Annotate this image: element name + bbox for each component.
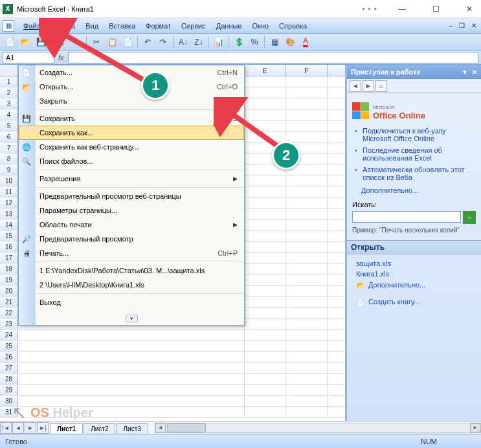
row-header[interactable]: 27 [0,363,18,373]
spreadsheet-grid[interactable]: E F G H 12345678910111213141516171819202… [0,65,345,421]
scroll-thumb[interactable] [167,423,206,432]
row-header[interactable]: 17 [0,252,18,263]
nav-back-icon[interactable]: ◄ [350,80,361,92]
undo-icon[interactable]: ↶ [140,35,155,49]
tab-nav-prev[interactable]: ◄ [12,422,24,434]
row-header[interactable]: 19 [0,274,18,285]
menu-edit[interactable]: Правка [46,20,80,32]
menu-window[interactable]: Окно [247,20,274,32]
search-input[interactable] [352,211,461,223]
row-header[interactable]: 25 [0,341,18,351]
col-f[interactable]: F [286,65,328,76]
sort-desc-icon[interactable]: Z↓ [192,35,206,49]
row-header[interactable]: 28 [0,374,18,384]
link-more[interactable]: Дополнительно... [361,186,476,194]
paste-icon[interactable]: 📄 [120,35,135,49]
row-header[interactable]: 1 [0,76,18,87]
horizontal-scrollbar[interactable]: ◄ ► [155,423,481,433]
sheet-tab-2[interactable]: Лист2 [84,423,115,434]
row-header[interactable]: 23 [0,319,18,329]
row-header[interactable]: 14 [0,219,18,230]
row-header[interactable]: 5 [0,120,18,131]
chart-icon[interactable]: 📊 [212,35,226,49]
preview-icon[interactable]: 🔍 [69,35,84,49]
name-box[interactable]: A1 [3,52,54,63]
row-header[interactable]: 20 [0,286,18,296]
recent-file-2[interactable]: Книга1.xls [352,269,476,279]
row-header[interactable]: 13 [0,208,18,219]
row-header[interactable]: 16 [0,241,18,252]
row-header[interactable]: 10 [0,175,18,186]
search-go-button[interactable]: → [463,211,476,224]
row-header[interactable]: 6 [0,131,18,142]
row-header[interactable]: 2 [0,87,18,98]
font-color-icon[interactable]: A [298,35,313,49]
file-menu-item[interactable]: 📄Создать...Ctrl+N [19,65,244,80]
row-header[interactable]: 22 [0,308,18,318]
new-icon[interactable]: 📄 [3,35,17,49]
sheet-tab-1[interactable]: Лист1 [50,423,83,434]
file-menu-item[interactable]: Предварительный просмотр веб-страницы [19,189,244,203]
print-icon[interactable]: 🖨 [54,35,68,49]
menu-insert[interactable]: Вставка [104,20,140,32]
redo-icon[interactable]: ↷ [156,35,170,49]
create-workbook[interactable]: 📄Создать книгу... [352,296,476,308]
sort-asc-icon[interactable]: A↓ [176,35,190,49]
doc-minimize-button[interactable]: – [447,22,454,29]
row-header[interactable]: 30 [0,396,18,406]
row-header[interactable]: 29 [0,385,18,395]
sheet-tab-3[interactable]: Лист3 [116,423,148,434]
file-menu-item[interactable]: 🔍Поиск файлов... [19,154,244,168]
nav-home-icon[interactable]: ⌂ [375,80,387,92]
open-more[interactable]: 📂Дополнительно... [352,279,476,291]
close-button[interactable]: ✕ [460,3,478,16]
row-header[interactable]: 12 [0,197,18,208]
recent-file-1[interactable]: защита.xls [352,258,476,269]
menu-format[interactable]: Формат [140,20,176,32]
link-auto-update[interactable]: Автоматически обновлять этот список из В… [363,166,465,181]
file-menu-item[interactable]: Параметры страницы... [19,203,244,218]
doc-restore-button[interactable]: ❐ [457,22,467,29]
formula-input[interactable] [68,52,478,63]
row-header[interactable]: 8 [0,153,18,164]
file-menu-item[interactable]: Сохранить как... [19,126,244,140]
quick-access-dots[interactable]: ● ● ● [362,6,377,12]
menu-help[interactable]: Справка [274,20,312,32]
doc-close-button[interactable]: ✕ [469,22,478,29]
cut-icon[interactable]: ✂ [89,35,104,49]
row-header[interactable]: 26 [0,352,18,362]
scroll-left-icon[interactable]: ◄ [155,423,166,432]
file-menu-item[interactable]: 🖨Печать...Ctrl+P [19,246,244,260]
maximize-button[interactable]: ☐ [427,3,445,16]
row-header[interactable]: 18 [0,263,18,274]
menu-tools[interactable]: Сервис [176,20,211,32]
row-header[interactable]: 7 [0,142,18,153]
row-header[interactable]: 4 [0,109,18,120]
excel-doc-icon[interactable]: ▦ [3,20,14,32]
tab-nav-next[interactable]: ► [25,422,36,434]
file-menu-item[interactable]: 📂Открыть...Ctrl+O [19,80,244,94]
tab-nav-last[interactable]: ►| [37,422,49,434]
borders-icon[interactable]: ▦ [267,35,282,49]
row-header[interactable]: 3 [0,98,18,109]
file-menu-item[interactable]: Область печати▶ [19,218,244,232]
save-icon[interactable]: 💾 [34,35,48,49]
link-news[interactable]: Последние сведения об использовании Exce… [363,146,442,162]
menu-data[interactable]: Данные [211,20,247,32]
row-header[interactable]: 11 [0,186,18,197]
select-all-corner[interactable] [0,65,18,76]
file-menu-item[interactable]: 🔎Предварительный просмотр [19,232,244,246]
file-menu-item[interactable]: 1 E:\YandexDisk\Работа\Статьи\03. M...\з… [19,263,244,278]
menu-file[interactable]: Файл [18,20,46,32]
row-header[interactable]: 15 [0,230,18,241]
file-menu-item[interactable]: 🌐Сохранить как веб-страницу... [19,140,244,154]
file-menu-item[interactable]: Разрешения▶ [19,172,244,186]
col-g[interactable]: G [328,65,345,76]
row-header[interactable]: 21 [0,297,18,307]
taskpane-dropdown-icon[interactable]: ▼ [462,69,468,76]
file-menu-item[interactable]: Выход [19,295,244,309]
row-header[interactable]: 31 [0,407,18,417]
scroll-right-icon[interactable]: ► [470,423,480,432]
file-menu-item[interactable]: 2 \Users\HIM\Desktop\Книга1.xls [19,278,244,292]
nav-fwd-icon[interactable]: ► [363,80,374,92]
